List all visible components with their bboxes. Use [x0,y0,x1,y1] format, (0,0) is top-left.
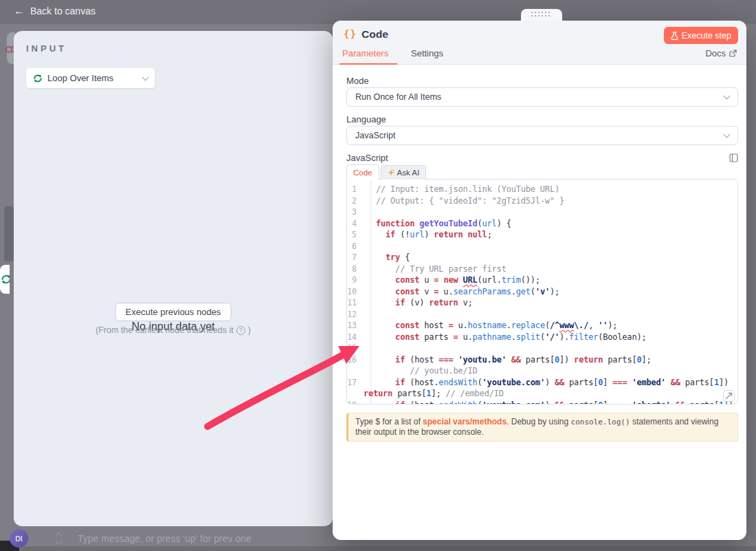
code-line: 1// Input: item.json.link (YouTube URL) [347,184,737,195]
chevron-down-icon [724,93,731,100]
code-line: 2// Output: { "videoId": "2gTzid5Jl-w" } [347,195,737,207]
expand-editor-button[interactable] [723,390,735,402]
code-line: 11 if (v) return v; [347,297,737,309]
editor-section-header: JavaScript [346,153,738,163]
docs-label: Docs [705,48,726,58]
tab-parameters[interactable]: Parameters [342,48,388,58]
mode-label: Mode [346,76,369,86]
code-line: // youtu.be/ID [347,365,737,377]
back-to-canvas-link[interactable]: ← Back to canvas [14,6,96,17]
mode-value: Run Once for All Items [355,92,441,102]
code-line: 6 [347,241,737,252]
node-title: Code [362,28,388,41]
external-link-icon [729,50,737,57]
code-line: 17 if (host.endsWith('youtube.com') && p… [347,377,737,389]
code-line: 8 // Try URL parser first [347,263,737,275]
execute-step-button[interactable]: Execute step [664,27,738,44]
input-source-label: Loop Over Items [47,73,138,83]
side-panel-toggle-icon[interactable] [729,153,738,162]
empty-input-caption-text: (From the earliest node that needs it [96,325,234,335]
code-line: 9 const u = new URL(url.trim()); [347,274,737,286]
hint-prefix: Type $ for a list of [355,417,423,426]
chat-message-input[interactable]: Type message, or press 'up' for prev one [78,533,252,544]
code-line: 13 const host = u.hostname.replace(/^www… [347,320,737,332]
empty-input-caption: (From the earliest node that needs it ? … [14,325,333,335]
code-line: return parts[1]; // /embed/ID [347,388,737,400]
loop-icon [33,74,43,83]
empty-input-caption-close: ) [248,325,251,335]
editor-hint: Type $ for a list of special vars/method… [346,413,738,442]
code-line: 16 if (host === 'youtu.be' && parts[0]) … [347,354,737,366]
execute-step-label: Execute step [682,31,731,41]
code-line: 18 if (host.endsWith('youtube.com') && p… [347,400,737,405]
mode-select[interactable]: Run Once for All Items [346,87,738,107]
chevron-down-icon [142,74,149,80]
chevron-down-icon [724,131,731,138]
code-line: 3 [347,206,737,218]
code-line: 12 [347,309,737,321]
tab-ask-ai[interactable]: Ask AI [381,165,427,180]
tab-code[interactable]: Code [346,164,379,180]
language-label: Language [346,114,386,125]
active-tab-underline [340,63,397,65]
code-content: 1// Input: item.json.link (YouTube URL)2… [347,180,737,404]
back-arrow-icon: ← [14,6,25,17]
sparkle-icon [388,169,394,176]
tab-ask-ai-label: Ask AI [397,169,420,177]
hint-code-snippet: console.log() [571,418,630,426]
code-panel-header: {} Code Execute step Parameters Settings… [333,21,746,65]
code-line: 15 [347,343,737,354]
avatar[interactable]: DI [10,529,28,548]
execute-previous-nodes-button[interactable]: Execute previous nodes [115,303,232,321]
docs-link[interactable]: Docs [705,48,737,58]
chat-history-stepper[interactable] [55,531,63,546]
language-value: JavaScript [355,131,395,140]
special-vars-link[interactable]: special vars/methods [423,417,507,426]
code-node-panel: {} Code Execute step Parameters Settings… [333,21,746,540]
code-line: 7 try { [347,252,737,263]
help-icon[interactable]: ? [236,326,245,335]
input-connector-tab [0,265,10,294]
loop-icon [1,274,10,285]
code-line: 5 if (!url) return null; [347,229,737,241]
editor-tabs: Code Ask AI [346,164,426,180]
editor-section-label: JavaScript [346,153,388,163]
code-line: 10 const v = u.searchParams.get('v'); [347,286,737,298]
code-line: 14 const parts = u.pathname.split('/').f… [347,332,737,343]
panel-drag-handle[interactable] [521,9,562,21]
back-to-canvas-label: Back to canvas [30,6,96,17]
input-panel-title: INPUT [26,43,67,54]
language-select[interactable]: JavaScript [346,126,738,145]
hint-mid: . Debug by using [507,417,570,426]
drag-dots-icon [531,12,552,19]
code-editor[interactable]: 1// Input: item.json.link (YouTube URL)2… [346,179,738,404]
flask-icon [671,32,678,40]
dimmed-canvas-element [4,206,14,261]
expand-icon [725,392,733,400]
input-panel: INPUT Loop Over Items No input data yet … [14,31,333,526]
bottom-edge [0,546,756,551]
code-braces-icon: {} [344,28,357,39]
input-source-select[interactable]: Loop Over Items [26,68,155,88]
code-line: 4function getYouTubeId(url) { [347,218,737,230]
tab-settings[interactable]: Settings [411,48,443,58]
chevron-down-icon [56,539,63,545]
tab-code-label: Code [353,169,373,177]
